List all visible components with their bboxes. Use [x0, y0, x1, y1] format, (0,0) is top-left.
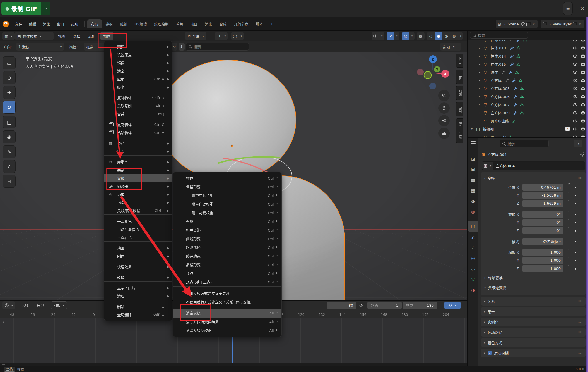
- menu-item[interactable]: ▥ ⇄ ◎ 吸附 ▶: [104, 83, 172, 91]
- properties-collapsed-panel[interactable]: ▸ ✓ 关系 ∷∷: [481, 297, 586, 306]
- submenu-item[interactable]: 清除并保持变换结果 Alt P: [173, 318, 281, 326]
- hide-eye-icon[interactable]: [573, 78, 577, 83]
- animate-dot[interactable]: [575, 187, 576, 188]
- window-close-button[interactable]: ×: [580, 5, 585, 12]
- hide-eye-icon[interactable]: [573, 54, 577, 58]
- viewlayer-selector[interactable]: ▾ ViewLayer ×: [541, 20, 584, 28]
- submenu-item[interactable]: 清空父级 Alt P: [173, 309, 281, 318]
- submenu-item[interactable]: 路径约束 Ctrl P: [173, 252, 281, 261]
- expand-icon[interactable]: [479, 103, 484, 106]
- add-cube-tool[interactable]: ⊞: [3, 175, 16, 188]
- properties-options-dropdown[interactable]: ▾: [574, 140, 582, 147]
- animate-dot[interactable]: [575, 268, 576, 270]
- submenu-item[interactable]: 附带封套权重 Ctrl P: [173, 209, 281, 217]
- proportional-edit-group[interactable]: ◯▾: [231, 32, 244, 40]
- visibility-group[interactable]: ▾: [372, 32, 384, 40]
- animate-dot[interactable]: [575, 260, 576, 261]
- frame-end-field[interactable]: 结束 180: [403, 302, 437, 309]
- channel-collapse-icon[interactable]: ▸: [3, 320, 4, 324]
- sidebar-tab[interactable]: 视图: [456, 86, 463, 100]
- expand-icon[interactable]: [479, 87, 484, 90]
- expand-icon[interactable]: [471, 127, 476, 130]
- blender-logo-icon[interactable]: [3, 21, 9, 27]
- blenderkit-logo-button[interactable]: S: [179, 43, 185, 51]
- expand-icon[interactable]: [479, 46, 484, 49]
- workspace-tab[interactable]: UV编辑: [131, 19, 150, 28]
- tool-options-dropdown[interactable]: 选项▾: [440, 43, 461, 51]
- menu-item[interactable]: ▥ ⇄ ◎ 追踪 ▶: [104, 199, 172, 207]
- measure-tool[interactable]: ∠: [3, 160, 16, 173]
- outliner-row[interactable]: 平面 ✓: [468, 133, 588, 137]
- submenu-item[interactable]: 附带自动权重 Ctrl P: [173, 200, 281, 209]
- outliner-row[interactable]: 拍摄棚 ✓: [468, 125, 588, 133]
- expand-icon[interactable]: [479, 63, 484, 66]
- pin-icon[interactable]: [520, 22, 525, 26]
- cursor-tool[interactable]: ⊕: [3, 71, 16, 84]
- properties-collapsed-panel[interactable]: ▸ ✓ 集合 ∷∷: [481, 307, 586, 316]
- render-visibility-icon[interactable]: [581, 78, 585, 83]
- viewport-menu-item[interactable]: 视图: [55, 32, 68, 40]
- playback-sync-button[interactable]: ↻▾: [444, 302, 461, 309]
- workspace-tab[interactable]: 动画: [187, 19, 201, 28]
- panel-grip[interactable]: ∷∷: [578, 176, 583, 180]
- expand-icon[interactable]: [479, 111, 484, 114]
- menu-item[interactable]: ▥ ⇄ ◎ 复制物体 Ctrl C ▶: [104, 121, 172, 129]
- transform-value-field[interactable]: 0° ▾: [522, 219, 563, 226]
- shading-mode-group[interactable]: ◌ ● ◑ ◍ ▾: [427, 32, 463, 40]
- submenu-item[interactable]: 跟随路径 Ctrl P: [173, 243, 281, 252]
- panel-grip[interactable]: ∷∷: [578, 351, 583, 355]
- window-edge-scrollbar[interactable]: [586, 17, 588, 372]
- outliner-row[interactable]: 贝塞尔曲线 ✓: [468, 117, 588, 125]
- menu-item[interactable]: ▥ ⇄ ◎ 关系 ▶: [104, 166, 172, 174]
- menu-item[interactable]: ▥ ⇄ ◎ 应用 Ctrl A ▶: [104, 75, 172, 83]
- outliner-row[interactable]: 柱体.014 ✓: [468, 52, 588, 60]
- hide-eye-icon[interactable]: [573, 111, 577, 115]
- remove-viewlayer-icon[interactable]: ×: [578, 22, 582, 26]
- transform-value-field[interactable]: 1.000 ▾: [522, 257, 563, 264]
- transform-value-field[interactable]: 1.6639 m ▾: [522, 200, 563, 207]
- gizmo-neg-x[interactable]: [417, 69, 424, 75]
- workspace-tab[interactable]: 建模: [102, 19, 116, 28]
- blenderkit-search-field[interactable]: [186, 43, 249, 51]
- animate-dot[interactable]: [575, 230, 576, 232]
- sidebar-tab[interactable]: 工具: [456, 70, 463, 84]
- outliner-row[interactable]: 立方体 ✓: [468, 76, 588, 84]
- timeline-menu-item[interactable]: 标记: [34, 303, 47, 308]
- outliner-search-field[interactable]: [470, 32, 528, 39]
- transform-value-field[interactable]: 1.000 ▾: [522, 249, 563, 256]
- workspace-tab[interactable]: 纹理绘制: [151, 19, 172, 28]
- menu-item[interactable]: ▥ ⇄ ◎ 平直着色 ▶: [104, 233, 172, 242]
- animate-dot[interactable]: [575, 214, 576, 215]
- menu-item[interactable]: ▥ ⇄ ◎ 约束 ▶: [104, 190, 172, 199]
- snapping-group[interactable]: ∪▾: [215, 32, 228, 40]
- hide-eye-icon[interactable]: [573, 46, 577, 50]
- menu-item[interactable]: ▥ ⇄ ◎ 清理 ▶: [104, 292, 172, 300]
- tab-data[interactable]: ▽: [468, 274, 478, 285]
- submenu-item[interactable]: 清除父级反校正 Alt P: [173, 326, 281, 335]
- rotate-tool[interactable]: ↻: [3, 101, 16, 114]
- tab-output[interactable]: ▤: [468, 175, 478, 185]
- transform-panel-header[interactable]: ▾ 变换 ∷∷: [481, 174, 586, 183]
- collection-checkbox[interactable]: ✓: [565, 127, 570, 131]
- menu-item[interactable]: ▥ ⇄ ◎ 合并 Ctrl J ▶: [104, 110, 172, 118]
- menu-item[interactable]: ▥ ⇄ ◎ 关联/传递数据 Ctrl L ▶: [104, 207, 172, 215]
- hide-eye-icon[interactable]: [573, 119, 577, 123]
- tab-render[interactable]: ▣: [468, 164, 478, 175]
- submenu-item[interactable]: 使用反转方式建立父子关系: [173, 289, 281, 298]
- hide-eye-icon[interactable]: [573, 62, 577, 66]
- transform-value-field[interactable]: 1.000 ▾: [522, 265, 563, 272]
- menu-item[interactable]: ▥ ⇄ ◎ 清空 ▶: [104, 67, 172, 75]
- outliner-row[interactable]: 球体 ✓: [468, 68, 588, 76]
- xray-toggle[interactable]: ▩: [417, 32, 425, 40]
- stopwatch-icon[interactable]: ◔: [359, 303, 363, 307]
- animate-dot[interactable]: [575, 241, 576, 242]
- app-menu-item[interactable]: 窗口: [54, 20, 68, 28]
- tab-particles[interactable]: ∴: [468, 242, 478, 253]
- render-visibility-icon[interactable]: [581, 111, 585, 115]
- properties-search-input[interactable]: [507, 142, 546, 146]
- menu-item[interactable]: ▥ ⇄ ◎ 全局删除 Shift X ▶: [104, 311, 172, 319]
- tab-physics[interactable]: ◎: [468, 253, 478, 263]
- transform-value-field[interactable]: XYZ 欧拉 ▾: [522, 238, 563, 245]
- collapsed-subpanel[interactable]: ▸ 父级逆变换: [481, 283, 586, 292]
- render-visibility-icon[interactable]: [581, 46, 585, 50]
